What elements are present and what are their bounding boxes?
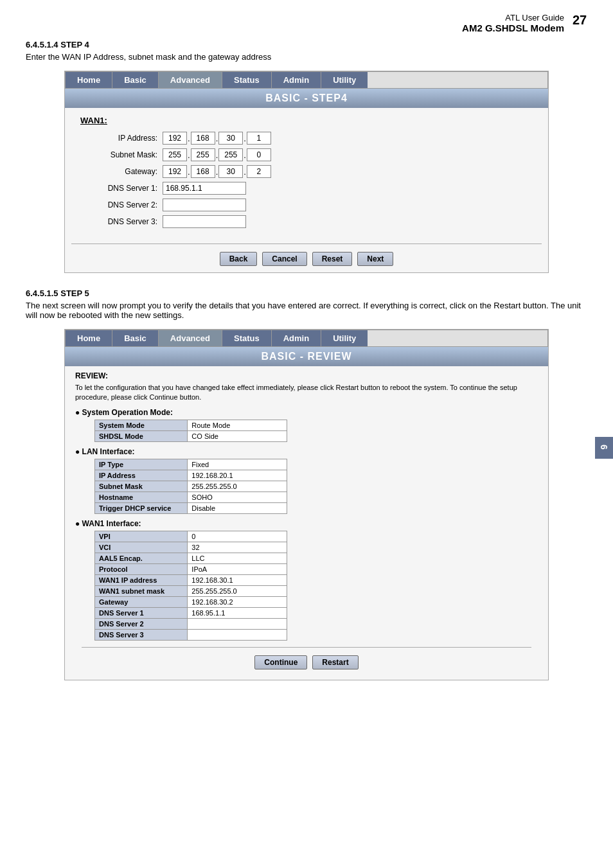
page-number: 27 [572, 13, 587, 28]
gw-label: Gateway [95, 596, 188, 607]
dns1-r-value: 168.95.1.1 [188, 607, 287, 618]
nav-bar-step4: Home Basic Advanced Status Admin Utility [65, 71, 548, 89]
ip-oct2[interactable] [191, 132, 215, 145]
table-row: SHDSL Mode CO Side [95, 430, 287, 441]
table-row: WAN1 IP address 192.168.30.1 [95, 574, 287, 585]
sys-mode-value: Route Mode [188, 420, 287, 430]
table-row: DNS Server 3 [95, 629, 287, 640]
lan-ip-label: IP Address [95, 470, 188, 481]
dns3-input[interactable] [163, 215, 246, 228]
nav-home-step4[interactable]: Home [66, 72, 112, 88]
sm-oct4[interactable] [247, 148, 271, 161]
dns1-label: DNS Server 1: [80, 184, 157, 193]
shdsl-mode-value: CO Side [188, 430, 287, 441]
section1-heading: 6.4.5.1.4 STEP 4 [26, 40, 587, 49]
dns2-label: DNS Server 2: [80, 200, 157, 209]
wan1-sm-value: 255.255.255.0 [188, 585, 287, 596]
vpi-label: VPI [95, 531, 188, 542]
gw-value: 192.168.30.2 [188, 596, 287, 607]
step4-button-row: Back Cancel Reset Next [65, 248, 548, 272]
lan-sm-value: 255.255.255.0 [188, 481, 287, 492]
ip-oct4[interactable] [247, 132, 271, 145]
gw-oct3[interactable] [218, 165, 243, 178]
system-operation-header: ● System Operation Mode: [75, 408, 538, 417]
table-row: System Mode Route Mode [95, 420, 287, 430]
dns1-input[interactable] [163, 182, 246, 195]
nav-utility-review[interactable]: Utility [321, 330, 368, 346]
back-button[interactable]: Back [220, 252, 258, 266]
shdsl-mode-label: SHDSL Mode [95, 430, 188, 441]
gateway-inputs: . . . [163, 165, 271, 178]
nav-bar-review: Home Basic Advanced Status Admin Utility [65, 330, 548, 347]
wan1-ip-label: WAN1 IP address [95, 574, 188, 585]
review-content: REVIEW: To let the configuration that yo… [65, 366, 548, 680]
sm-oct3[interactable] [218, 148, 243, 161]
table-row: Hostname SOHO [95, 492, 287, 502]
sm-oct2[interactable] [191, 148, 215, 161]
dns3-row: DNS Server 3: [80, 215, 533, 228]
cancel-button[interactable]: Cancel [262, 252, 306, 266]
restart-button[interactable]: Restart [312, 655, 358, 669]
next-button[interactable]: Next [357, 252, 393, 266]
wan1-ip-value: 192.168.30.1 [188, 574, 287, 585]
wan1-interface-header: ● WAN1 Interface: [75, 519, 538, 528]
nav-utility-step4[interactable]: Utility [321, 72, 368, 88]
dns2-r-label: DNS Server 2 [95, 618, 188, 629]
gw-oct4[interactable] [247, 165, 271, 178]
sm-oct1[interactable] [163, 148, 187, 161]
lan-table: IP Type Fixed IP Address 192.168.20.1 Su… [94, 459, 287, 514]
continue-button[interactable]: Continue [254, 655, 307, 669]
dhcp-value: Disable [188, 502, 287, 513]
nav-status-step4[interactable]: Status [222, 72, 272, 88]
ip-address-label: IP Address: [80, 134, 157, 143]
table-row: IP Type Fixed [95, 459, 287, 470]
aal5-value: LLC [188, 553, 287, 563]
step4-title: BASIC - STEP4 [65, 89, 548, 108]
dns2-input[interactable] [163, 199, 246, 211]
guide-title: ATL User Guide [462, 13, 564, 22]
nav-basic-review[interactable]: Basic [112, 330, 159, 346]
gw-oct2[interactable] [191, 165, 215, 178]
nav-admin-review[interactable]: Admin [272, 330, 321, 346]
nav-advanced-step4[interactable]: Advanced [159, 72, 222, 88]
sidebar-tab-number: 6 [595, 437, 613, 459]
lan-sm-label: Subnet Mask [95, 481, 188, 492]
nav-admin-step4[interactable]: Admin [272, 72, 321, 88]
step4-form: WAN1: IP Address: . . . Subnet Mask: . . [65, 108, 548, 237]
top-header: ATL User Guide AM2 G.SHDSL Modem 27 [26, 13, 587, 33]
sys-mode-label: System Mode [95, 420, 188, 430]
dns1-r-label: DNS Server 1 [95, 607, 188, 618]
review-title-bar: BASIC - REVIEW [65, 347, 548, 366]
table-row: Gateway 192.168.30.2 [95, 596, 287, 607]
nav-home-review[interactable]: Home [66, 330, 112, 346]
nav-status-review[interactable]: Status [222, 330, 272, 346]
subnet-mask-inputs: . . . [163, 148, 271, 161]
table-row: Trigger DHCP service Disable [95, 502, 287, 513]
header-text: ATL User Guide AM2 G.SHDSL Modem [462, 13, 564, 33]
dhcp-label: Trigger DHCP service [95, 502, 188, 513]
ip-address-inputs: . . . [163, 132, 271, 145]
aal5-label: AAL5 Encap. [95, 553, 188, 563]
gw-oct1[interactable] [163, 165, 187, 178]
review-button-row: Continue Restart [75, 651, 538, 676]
ip-type-label: IP Type [95, 459, 188, 470]
nav-advanced-review[interactable]: Advanced [159, 330, 222, 346]
system-operation-group: ● System Operation Mode: System Mode Rou… [75, 408, 538, 442]
reset-button[interactable]: Reset [312, 252, 353, 266]
table-row: Protocol IPoA [95, 563, 287, 574]
review-divider [82, 647, 531, 648]
table-row: WAN1 subnet mask 255.255.255.0 [95, 585, 287, 596]
step4-divider [71, 244, 542, 244]
table-row: VPI 0 [95, 531, 287, 542]
ip-oct1[interactable] [163, 132, 187, 145]
wan1-table: VPI 0 VCI 32 AAL5 Encap. LLC Protocol IP… [94, 531, 287, 641]
table-row: Subnet Mask 255.255.255.0 [95, 481, 287, 492]
vci-label: VCI [95, 542, 188, 553]
wan1-sm-label: WAN1 subnet mask [95, 585, 188, 596]
lan-interface-header: ● LAN Interface: [75, 447, 538, 456]
ip-oct3[interactable] [218, 132, 243, 145]
ip-type-value: Fixed [188, 459, 287, 470]
table-row: IP Address 192.168.20.1 [95, 470, 287, 481]
hostname-label: Hostname [95, 492, 188, 502]
nav-basic-step4[interactable]: Basic [112, 72, 159, 88]
